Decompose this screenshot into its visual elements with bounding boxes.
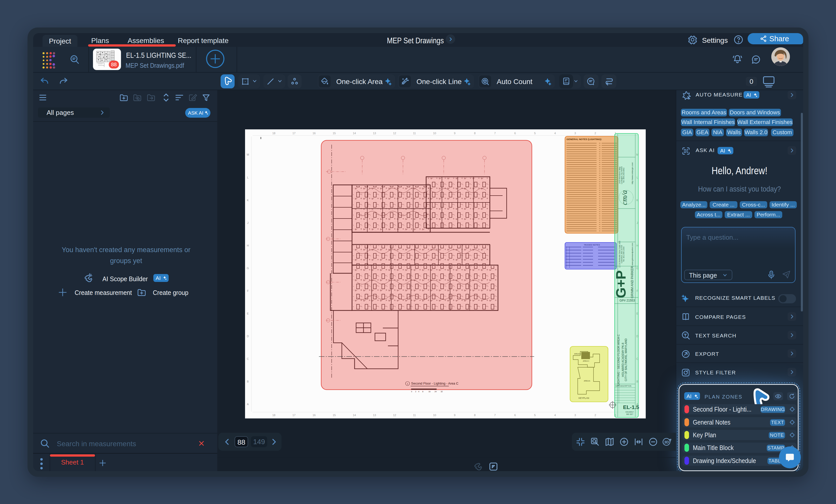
svg-text:2: 2	[594, 132, 596, 135]
svg-text:3: 3	[574, 413, 576, 416]
svg-text:8: 8	[422, 391, 423, 392]
svg-text:13: 13	[373, 413, 376, 416]
svg-text:www.grimmandparker.com: www.grimmandparker.com	[631, 243, 633, 266]
svg-text:6: 6	[514, 413, 516, 416]
svg-text:AREA C: AREA C	[583, 360, 589, 362]
svg-text:15: 15	[332, 413, 336, 416]
svg-text:A: A	[247, 403, 249, 406]
svg-text:15: 15	[332, 132, 336, 135]
svg-text:17: 17	[292, 413, 296, 416]
svg-text:GP# 21553: GP# 21553	[620, 299, 635, 302]
svg-text:GENERAL NOTES (LIGHTING):: GENERAL NOTES (LIGHTING):	[567, 138, 602, 140]
svg-text:LIGHTING - SECOND FLOOR AREA C: LIGHTING - SECOND FLOOR AREA C	[617, 334, 620, 385]
svg-text:Tel: 301.595.1000: Tel: 301.595.1000	[623, 247, 625, 262]
svg-text:Tel: 859.253.0892: Tel: 859.253.0892	[623, 168, 625, 183]
svg-text:E: E	[247, 312, 249, 315]
svg-text:5: 5	[534, 132, 536, 135]
svg-text:32: 32	[441, 391, 443, 392]
svg-text:3: 3	[574, 132, 576, 135]
svg-text:18: 18	[272, 413, 276, 416]
svg-text:0: 0	[411, 391, 412, 392]
svg-text:1: 1	[407, 383, 408, 385]
svg-text:BID SET: BID SET	[626, 413, 633, 415]
svg-text:10: 10	[433, 413, 436, 416]
svg-text:16: 16	[312, 132, 316, 135]
svg-text:H: H	[247, 244, 249, 247]
svg-text:12: 12	[393, 413, 396, 416]
svg-text:2: 2	[415, 391, 416, 392]
svg-text:HOLABIRD ACADEMY PK-8: HOLABIRD ACADEMY PK-8	[621, 343, 624, 377]
svg-text:7: 7	[494, 413, 496, 416]
svg-text:G: G	[247, 267, 249, 270]
svg-text:4: 4	[554, 132, 556, 135]
svg-text:M: M	[247, 153, 249, 156]
svg-text:8: 8	[474, 413, 476, 416]
svg-text:7: 7	[494, 132, 496, 135]
svg-text:17: 17	[292, 132, 296, 135]
svg-text:9: 9	[454, 413, 455, 416]
svg-text:AREA B: AREA B	[574, 353, 581, 355]
svg-text:6: 6	[514, 132, 516, 135]
svg-text:L: L	[247, 176, 249, 179]
svg-text:AREA A: AREA A	[584, 380, 590, 382]
svg-text:4: 4	[418, 391, 419, 392]
svg-text:GRIMM AND PARKER: GRIMM AND PARKER	[630, 266, 634, 298]
svg-text:http://www.cmtaegrs.com/: http://www.cmtaegrs.com/	[631, 162, 633, 184]
svg-text:Second Floor - Lighting - Area: Second Floor - Lighting - Area C	[411, 382, 458, 385]
svg-text:11: 11	[413, 132, 416, 135]
svg-text:24: 24	[435, 391, 437, 392]
svg-text:TAGGED NOTES: TAGGED NOTES	[584, 244, 600, 246]
svg-text:CITY OF BALTIMORE, MARYLAND: CITY OF BALTIMORE, MARYLAND	[624, 338, 627, 381]
svg-text:4: 4	[554, 413, 556, 416]
svg-text:9: 9	[454, 132, 455, 135]
svg-text:11: 11	[413, 413, 416, 416]
svg-text:14: 14	[353, 413, 356, 416]
svg-text:KEYPLAN: KEYPLAN	[578, 397, 589, 399]
svg-text:K: K	[247, 199, 249, 202]
svg-text:16: 16	[429, 391, 431, 392]
svg-text:5: 5	[534, 413, 536, 416]
svg-text:J: J	[247, 221, 249, 225]
svg-text:G+P: G+P	[613, 270, 628, 298]
svg-text:E9133917: E9133917	[626, 411, 634, 413]
svg-text:EL-1.5: EL-1.5	[623, 404, 639, 410]
svg-text:8: 8	[474, 132, 476, 135]
svg-text:18: 18	[272, 132, 276, 135]
svg-text:10: 10	[433, 132, 436, 135]
svg-text:DESCRIPTION: DESCRIPTION	[620, 385, 631, 387]
svg-text:cm/a: cm/a	[620, 190, 628, 205]
svg-text:13: 13	[373, 132, 376, 135]
svg-text:B: B	[247, 380, 249, 383]
svg-text:3D: 3D	[664, 440, 669, 444]
svg-text:D: D	[247, 335, 249, 338]
svg-text:DATE: DATE	[615, 385, 620, 387]
svg-text:16: 16	[312, 413, 316, 416]
svg-text:F: F	[247, 289, 249, 292]
svg-text:14: 14	[353, 132, 356, 135]
svg-text:C: C	[247, 357, 249, 361]
svg-text:2: 2	[594, 413, 596, 416]
svg-text:12: 12	[393, 132, 396, 135]
